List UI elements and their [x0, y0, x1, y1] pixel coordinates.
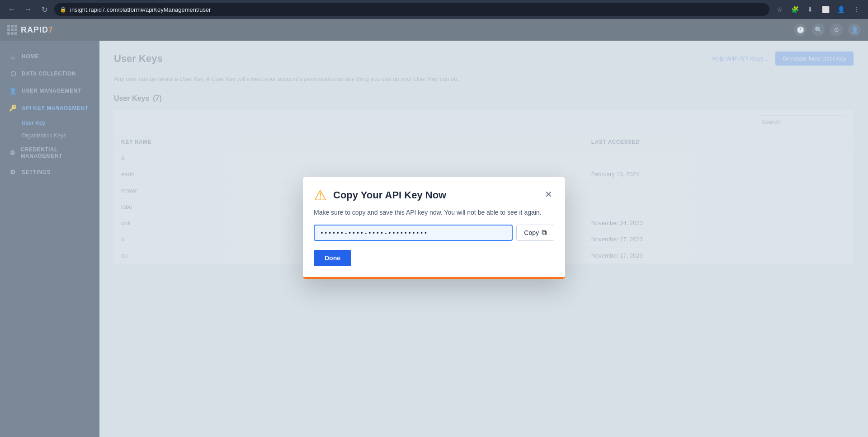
done-button[interactable]: Done — [314, 250, 351, 266]
url-text: insight.rapid7.com/platform#/apiKeyManag… — [70, 6, 211, 13]
copy-icon: ⧉ — [542, 229, 547, 237]
modal-header: ⚠ Copy Your API Key Now ✕ — [303, 177, 565, 208]
warning-icon: ⚠ — [314, 188, 327, 202]
forward-button[interactable]: → — [22, 3, 34, 16]
modal-body: Make sure to copy and save this API key … — [303, 208, 565, 277]
browser-actions: ☆ 🧩 ⬇ ⬜ 👤 ⋮ — [773, 3, 863, 16]
copy-button[interactable]: Copy ⧉ — [516, 225, 554, 241]
download-button[interactable]: ⬇ — [804, 3, 816, 16]
modal-overlay: ⚠ Copy Your API Key Now ✕ Make sure to c… — [0, 19, 868, 437]
split-button[interactable]: ⬜ — [819, 3, 832, 16]
api-key-row: Copy ⧉ — [314, 225, 554, 241]
extension-button[interactable]: 🧩 — [788, 3, 801, 16]
api-key-modal: ⚠ Copy Your API Key Now ✕ Make sure to c… — [303, 177, 565, 279]
address-bar[interactable]: 🔒 insight.rapid7.com/platform#/apiKeyMan… — [54, 3, 769, 16]
profile-button[interactable]: 👤 — [835, 3, 847, 16]
reload-button[interactable]: ↻ — [38, 3, 51, 16]
browser-chrome: ← → ↻ 🔒 insight.rapid7.com/platform#/api… — [0, 0, 868, 19]
copy-button-label: Copy — [524, 229, 539, 236]
modal-header-left: ⚠ Copy Your API Key Now — [314, 188, 446, 202]
back-button[interactable]: ← — [5, 3, 18, 16]
modal-description: Make sure to copy and save this API key … — [314, 208, 554, 217]
modal-title: Copy Your API Key Now — [333, 189, 446, 201]
menu-button[interactable]: ⋮ — [850, 3, 863, 16]
api-key-input[interactable] — [314, 225, 513, 241]
bookmark-button[interactable]: ☆ — [773, 3, 786, 16]
modal-close-button[interactable]: ✕ — [543, 188, 554, 201]
